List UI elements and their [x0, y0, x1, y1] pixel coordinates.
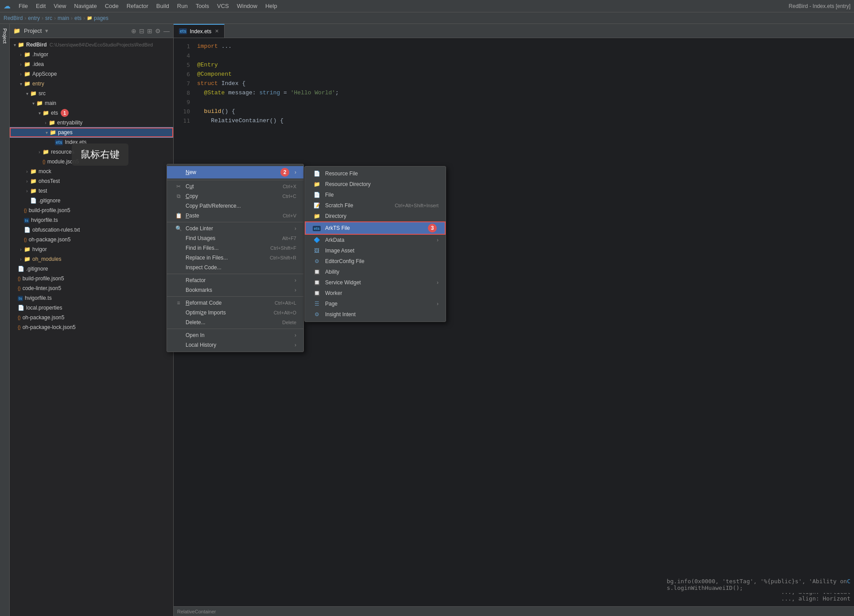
menu-window[interactable]: Window: [233, 2, 261, 10]
context-menu-item-copy-path[interactable]: Copy Path/Reference...: [167, 201, 303, 211]
list-item[interactable]: › 📁 entryability: [10, 118, 173, 128]
context-menu-item-find-usages[interactable]: Find Usages Alt+F7: [167, 233, 303, 243]
file-icon: 📄: [312, 192, 322, 198]
collapse-all-icon[interactable]: ⊟: [139, 27, 144, 35]
breadcrumb-src[interactable]: src: [45, 15, 52, 21]
cm-new-label: New: [186, 169, 277, 175]
context-menu-item-new[interactable]: New 2 › 📄 Resource File 📁 Resource Direc…: [167, 166, 303, 178]
context-menu-item-copy[interactable]: ⧉ Copy Ctrl+C: [167, 191, 303, 201]
list-item[interactable]: ts hvigorfile.ts: [10, 293, 173, 303]
image-asset-icon: 🖼: [312, 248, 322, 254]
tab-index-ets[interactable]: ets Index.ets ✕: [174, 24, 225, 38]
list-item[interactable]: 📄 obfuscation-rules.txt: [10, 225, 173, 235]
list-item[interactable]: › 📁 hvigor: [10, 244, 173, 254]
list-item[interactable]: › 📁 ohosTest: [10, 176, 173, 186]
list-item[interactable]: › 📁 test: [10, 186, 173, 196]
submenu-item-resource-file[interactable]: 📄 Resource File: [305, 168, 446, 179]
menu-build[interactable]: Build: [153, 2, 173, 10]
submenu-item-service-widget[interactable]: 🔲 Service Widget ›: [305, 277, 446, 288]
breadcrumb-main[interactable]: main: [58, 15, 69, 21]
context-menu-item-refactor[interactable]: Refactor ›: [167, 275, 303, 285]
list-item[interactable]: ▾ 📁 entry: [10, 79, 173, 89]
submenu-item-arkdata[interactable]: 🔷 ArkData ›: [305, 235, 446, 245]
list-item[interactable]: › 📁 .hvigor: [10, 50, 173, 59]
tree-pages-folder[interactable]: ▾ 📁 pages: [10, 128, 173, 137]
menu-help[interactable]: Help: [262, 2, 281, 10]
submenu-item-insight-intent[interactable]: ⚙ Insight Intent: [305, 309, 446, 320]
menu-run[interactable]: Run: [174, 2, 191, 10]
context-menu-item-paste[interactable]: 📋 Paste Ctrl+V: [167, 211, 303, 221]
list-item[interactable]: 📄 local.properties: [10, 303, 173, 313]
list-item[interactable]: ▾ 📁 main: [10, 98, 173, 108]
submenu-item-page[interactable]: ☰ Page ›: [305, 298, 446, 309]
local-history-arrow: ›: [295, 342, 296, 348]
context-menu-item-find-in-files[interactable]: Find in Files... Ctrl+Shift+F: [167, 243, 303, 253]
tree-arrow: ›: [18, 72, 24, 77]
context-menu-item-reformat-code[interactable]: ≡ Reformat Code Ctrl+Alt+L: [167, 298, 303, 308]
menu-view[interactable]: View: [50, 2, 70, 10]
expand-icon[interactable]: ⊞: [147, 27, 152, 35]
panel-dropdown-icon[interactable]: ▾: [45, 27, 48, 34]
context-menu-item-bookmarks[interactable]: Bookmarks ›: [167, 285, 303, 295]
breadcrumb-ets[interactable]: ets: [74, 15, 82, 21]
submenu-item-resource-dir[interactable]: 📁 Resource Directory: [305, 179, 446, 190]
list-item[interactable]: {} oh-package.json5: [10, 313, 173, 322]
breadcrumb-entry[interactable]: entry: [28, 15, 40, 21]
menu-navigate[interactable]: Navigate: [70, 2, 100, 10]
list-item[interactable]: › 📁 oh_modules: [10, 254, 173, 264]
list-item[interactable]: ts hvigorfile.ts: [10, 215, 173, 225]
submenu-item-image-asset[interactable]: 🖼 Image Asset: [305, 245, 446, 256]
context-menu-item-inspect-code[interactable]: Inspect Code...: [167, 263, 303, 272]
tree-root[interactable]: ▾ 📁 RedBird C:\Users\qwe84\DevEcoStudioP…: [10, 40, 173, 50]
list-item[interactable]: {} module.json5: [10, 157, 173, 167]
context-menu-item-optimize-imports[interactable]: Optimize Imports Ctrl+Alt+O: [167, 308, 303, 318]
menu-tools[interactable]: Tools: [192, 2, 213, 10]
list-item[interactable]: {} oh-package-lock.json5: [10, 322, 173, 332]
cm-copy-path-label: Copy Path/Reference...: [186, 203, 296, 209]
list-item[interactable]: {} build-profile.json5: [10, 274, 173, 283]
list-item[interactable]: ▾ 📁 src: [10, 89, 173, 98]
refactor-arrow: ›: [295, 277, 296, 283]
sm-arkts-file-label: ArkTS File: [325, 225, 424, 231]
list-item[interactable]: ▾ 📁 ets 1: [10, 108, 173, 118]
context-menu-item-code-linter[interactable]: 🔍 Code Linter ›: [167, 224, 303, 233]
list-item[interactable]: › 📁 resources: [10, 147, 173, 157]
list-item[interactable]: › 📁 .idea: [10, 59, 173, 69]
list-item[interactable]: › 📄 .gitignore: [10, 196, 173, 205]
find-in-files-shortcut: Ctrl+Shift+F: [270, 245, 296, 251]
list-item[interactable]: {} build-profile.json5: [10, 205, 173, 215]
menu-edit[interactable]: Edit: [32, 2, 49, 10]
code-log: bg.info(0x0000, 'testTag', '%{public}s',…: [663, 576, 854, 593]
menu-code[interactable]: Code: [101, 2, 122, 10]
submenu-item-scratch-file[interactable]: 📝 Scratch File Ctrl+Alt+Shift+Insert: [305, 200, 446, 211]
context-menu-item-cut[interactable]: ✂ Cut Ctrl+X: [167, 182, 303, 191]
context-menu-item-open-in[interactable]: Open In ›: [167, 330, 303, 340]
app-logo: ☁: [4, 2, 11, 10]
submenu-item-file[interactable]: 📄 File: [305, 190, 446, 200]
tab-close-button[interactable]: ✕: [215, 28, 219, 34]
context-menu-item-local-history[interactable]: Local History ›: [167, 340, 303, 350]
submenu-item-arkts-file[interactable]: ets ArkTS File 3: [305, 221, 446, 235]
submenu-item-editorconfig[interactable]: ⚙ EditorConfig File: [305, 256, 446, 267]
list-item[interactable]: 📄 .gitignore: [10, 264, 173, 274]
context-menu-item-replace-in-files[interactable]: Replace in Files... Ctrl+Shift+R: [167, 253, 303, 263]
submenu-item-worker[interactable]: 🔲 Worker: [305, 288, 446, 298]
list-item[interactable]: › 📁 AppScope: [10, 69, 173, 79]
list-item[interactable]: {} code-linter.json5: [10, 283, 173, 293]
list-item[interactable]: {} oh-package.json5: [10, 235, 173, 244]
close-panel-icon[interactable]: —: [163, 27, 170, 35]
context-menu-item-delete[interactable]: Delete... Delete: [167, 318, 303, 327]
submenu-item-ability[interactable]: 🔲 Ability: [305, 267, 446, 277]
folder-icon: 📁: [49, 120, 55, 126]
menu-file[interactable]: File: [15, 2, 31, 10]
locate-icon[interactable]: ⊕: [131, 27, 136, 35]
project-panel-icon[interactable]: Project: [1, 26, 8, 46]
menu-refactor[interactable]: Refactor: [123, 2, 152, 10]
breadcrumb-pages[interactable]: pages: [94, 15, 109, 21]
list-item[interactable]: › 📁 mock: [10, 167, 173, 176]
submenu-item-directory[interactable]: 📁 Directory: [305, 211, 446, 221]
breadcrumb-redbird[interactable]: RedBird: [4, 15, 23, 21]
list-item[interactable]: ets Index.ets: [10, 137, 173, 147]
settings-icon[interactable]: ⚙: [155, 27, 161, 35]
menu-vcs[interactable]: VCS: [214, 2, 233, 10]
